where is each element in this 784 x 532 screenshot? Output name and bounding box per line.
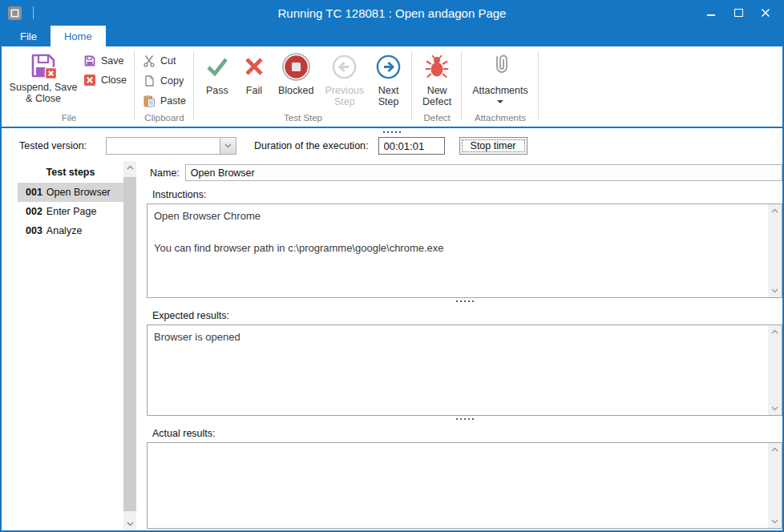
- cut-button[interactable]: Cut: [143, 54, 186, 67]
- ribbon-group-teststep: Pass Fail: [194, 46, 412, 127]
- scroll-up-icon[interactable]: [127, 165, 134, 170]
- ribbon-group-clipboard: Cut Copy: [135, 46, 194, 127]
- execution-toolbar: Tested version: Duration of the executio…: [2, 134, 782, 161]
- blocked-stop-icon: [281, 52, 311, 82]
- close-button[interactable]: [752, 0, 779, 26]
- copy-button[interactable]: Copy: [143, 75, 186, 87]
- fail-x-icon: [241, 54, 267, 79]
- bug-icon: [424, 54, 450, 79]
- save-icon: [83, 54, 96, 67]
- name-label: Name:: [150, 167, 180, 179]
- actual-results-label: Actual results:: [147, 420, 782, 442]
- fail-button[interactable]: Fail: [236, 48, 273, 96]
- quick-access-separator: [33, 6, 34, 19]
- next-step-button[interactable]: Next Step: [370, 48, 407, 107]
- scroll-down-icon[interactable]: [771, 288, 778, 293]
- test-steps-panel: Test steps 001 Open Browser 002 Enter Pa…: [18, 161, 136, 530]
- ribbon-group-file: Suspend, Save & Close Save: [3, 46, 135, 127]
- previous-step-icon: [331, 54, 358, 80]
- actual-results-textbox[interactable]: [147, 442, 782, 529]
- scroll-up-icon[interactable]: [771, 329, 778, 334]
- scroll-down-icon[interactable]: [127, 522, 134, 526]
- step-detail-panel: Name: Instructions: Open Browser Chrome …: [147, 161, 782, 530]
- test-step-row-1[interactable]: 001 Open Browser: [18, 183, 123, 202]
- expected-results-textbox[interactable]: Browser is opened: [147, 324, 782, 416]
- duration-input[interactable]: [378, 137, 445, 155]
- suspend-save-close-icon: [29, 51, 59, 81]
- attachments-dropdown-icon: [497, 100, 503, 103]
- scroll-up-icon[interactable]: [771, 208, 778, 213]
- paste-icon: [143, 95, 156, 107]
- expected-results-label: Expected results:: [147, 302, 782, 324]
- ribbon-splitter-handle[interactable]: [2, 128, 782, 134]
- close-red-icon: [83, 74, 96, 87]
- minimize-button[interactable]: [697, 0, 725, 26]
- instructions-label: Instructions:: [147, 181, 782, 204]
- cut-icon: [143, 54, 156, 67]
- combobox-dropdown-button[interactable]: [220, 138, 236, 154]
- tested-version-value: [107, 138, 220, 154]
- pass-button[interactable]: Pass: [199, 48, 236, 96]
- tab-file[interactable]: File: [6, 26, 51, 46]
- previous-step-button[interactable]: Previous Step: [319, 48, 370, 107]
- maximize-button[interactable]: [725, 0, 752, 26]
- group-label-clipboard: Clipboard: [139, 111, 189, 127]
- scroll-down-icon[interactable]: [771, 519, 778, 524]
- suspend-save-close-button[interactable]: Suspend, Save & Close: [8, 48, 79, 104]
- group-label-defect: Defect: [417, 111, 457, 127]
- titlebar: Running TC 128081 : Open andagon Page: [0, 0, 784, 26]
- ribbon-group-defect: New Defect Defect: [412, 46, 462, 127]
- close-test-button[interactable]: Close: [83, 74, 127, 87]
- group-label-teststep: Test Step: [199, 111, 407, 127]
- steps-scrollbar[interactable]: [123, 161, 136, 530]
- paperclip-icon: [486, 52, 515, 81]
- ribbon-tabs: File Home: [0, 26, 784, 46]
- save-button[interactable]: Save: [83, 54, 127, 67]
- pass-check-icon: [204, 54, 230, 79]
- test-step-row-2[interactable]: 002 Enter Page: [18, 202, 123, 221]
- test-steps-header: Test steps: [18, 161, 123, 183]
- steps-scrollbar-thumb[interactable]: [123, 177, 136, 511]
- close-icon: [761, 8, 770, 18]
- expected-scrollbar[interactable]: [768, 325, 782, 415]
- ribbon-group-attachments: Attachments Attachments: [462, 46, 538, 127]
- tested-version-label: Tested version:: [19, 140, 87, 151]
- scroll-up-icon[interactable]: [771, 447, 778, 452]
- app-window: Running TC 128081 : Open andagon Page Fi…: [0, 0, 784, 532]
- paste-button[interactable]: Paste: [143, 95, 186, 107]
- maximize-icon: [734, 9, 743, 17]
- test-step-row-3[interactable]: 003 Analyze: [18, 221, 123, 240]
- minimize-icon: [707, 14, 715, 16]
- window-title: Running TC 128081 : Open andagon Page: [0, 6, 784, 20]
- blocked-button[interactable]: Blocked: [273, 48, 319, 96]
- actual-scrollbar[interactable]: [768, 443, 782, 528]
- instructions-textbox[interactable]: Open Browser Chrome You can find browser…: [147, 204, 782, 298]
- attachments-button[interactable]: Attachments: [467, 48, 533, 103]
- ribbon: Suspend, Save & Close Save: [2, 46, 782, 128]
- group-label-file: File: [8, 111, 130, 127]
- app-icon[interactable]: [8, 6, 22, 20]
- duration-label: Duration of the execution:: [254, 140, 368, 151]
- scroll-down-icon[interactable]: [771, 406, 778, 411]
- instructions-scrollbar[interactable]: [768, 204, 782, 297]
- copy-icon: [143, 75, 156, 87]
- step-name-input[interactable]: [185, 164, 782, 181]
- new-defect-button[interactable]: New Defect: [417, 48, 457, 107]
- next-step-icon: [375, 54, 402, 80]
- group-label-attachments: Attachments: [467, 111, 533, 127]
- chevron-down-icon: [224, 143, 232, 148]
- tested-version-combobox[interactable]: [106, 137, 236, 155]
- stop-timer-button[interactable]: Stop timer: [459, 137, 527, 155]
- tab-home[interactable]: Home: [51, 26, 106, 46]
